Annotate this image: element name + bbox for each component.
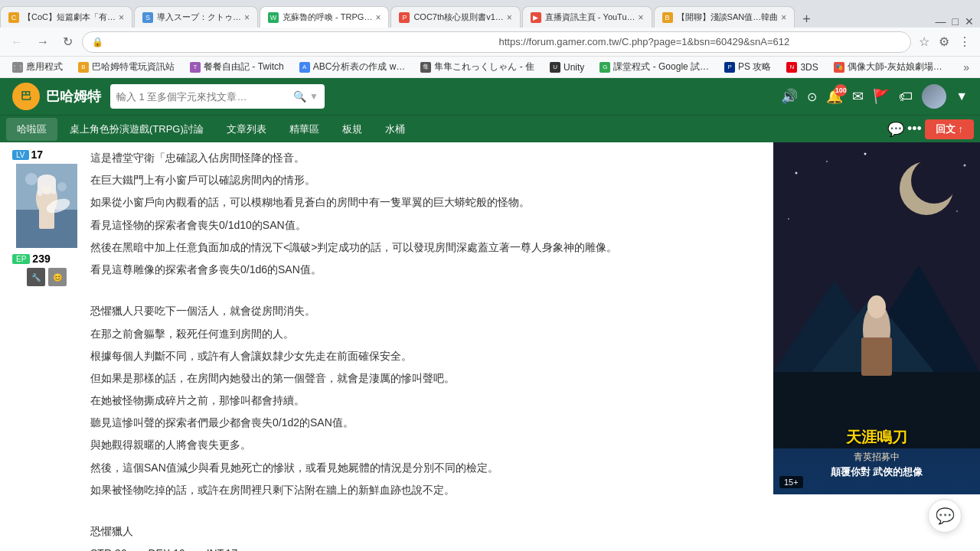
- bookmark-apps[interactable]: ⋮⋮ 應用程式: [6, 59, 69, 75]
- bookmark-bahamut[interactable]: B 巴哈姆特電玩資訊站: [72, 59, 181, 75]
- bookmark-favicon-abc: A: [299, 62, 310, 73]
- flag-icon: 🚩: [873, 89, 890, 104]
- nav-item-articles[interactable]: 文章列表: [216, 118, 277, 141]
- post-para-5: 看見這尊雕像的探索者會多喪失0/1d6的SAN值。: [90, 260, 761, 279]
- bookmark-star-btn[interactable]: ☆: [916, 31, 933, 52]
- extension-btn[interactable]: ⚙: [936, 31, 952, 52]
- user-face-icon[interactable]: 😊: [48, 268, 67, 286]
- page: 巴 巴哈姆特 🔍 ▼ 🔊 ⊙ 🔔 100 ✉: [0, 78, 980, 551]
- tab-close-6[interactable]: ×: [781, 12, 786, 23]
- bookmark-label-collection: 隼隼これっくしゃん - 隹: [434, 60, 534, 73]
- tab-close-5[interactable]: ×: [639, 12, 644, 23]
- bookmark-favicon-bahamut: B: [78, 62, 89, 73]
- bookmark-favicon-ps: P: [724, 62, 735, 73]
- nav-item-bucket[interactable]: 水桶: [374, 118, 416, 141]
- bookmark-google-slides[interactable]: G 課堂程式 - Google 試…: [593, 59, 715, 75]
- user-avatar-large: [16, 164, 77, 248]
- menu-btn[interactable]: ⋮: [956, 31, 974, 52]
- user-tool-icon[interactable]: 🔧: [27, 268, 45, 286]
- ep-num: 239: [32, 253, 50, 265]
- bookmark-unity[interactable]: U Unity: [544, 60, 590, 74]
- bookmark-abc[interactable]: A ABC分析表の作成 w…: [293, 59, 412, 75]
- search-input[interactable]: [116, 91, 293, 103]
- tab-title-2: 導入スープ：クトゥ…: [157, 11, 241, 23]
- address-bar[interactable]: 🔒 https://forum.gamer.com.tw/C.php?page=…: [82, 31, 911, 53]
- bookmarks-more-btn[interactable]: »: [959, 60, 974, 75]
- reply-btn[interactable]: 回文 ↑: [925, 119, 974, 139]
- search-dropdown-btn[interactable]: ▼: [309, 91, 318, 102]
- tab-close-4[interactable]: ×: [507, 12, 512, 23]
- svg-point-18: [795, 172, 798, 174]
- flag-btn[interactable]: 🚩: [873, 88, 890, 105]
- tab-3[interactable]: W 克蘇魯的呼喚 - TRPG… ×: [260, 6, 389, 28]
- post-para-2: 如果從小窗戶向內觀看的話，可以模糊地看見蒼白的房間中有一隻單翼的巨大蟒蛇般的怪物…: [90, 193, 761, 212]
- tag-icon: 🏷: [899, 89, 913, 104]
- post-para-12: 聽見這慘叫聲的探索者們最少都會喪失0/1d2的SAN值。: [90, 413, 761, 432]
- chat-float-btn[interactable]: 💬: [928, 499, 962, 533]
- header-search-bar[interactable]: 🔍 ▼: [110, 84, 325, 109]
- post-para-7: 恐懼獵人只要吃下一個活人，就會從房間消失。: [90, 302, 761, 321]
- ep-badge: EP: [12, 254, 30, 264]
- tab-favicon-6: B: [662, 12, 673, 23]
- ad-banner[interactable]: 天涯鳴刀 青英招募中 顛覆你對 武俠的想像 15+: [773, 142, 980, 494]
- tab-title-4: COC7th核心規則書v1…: [413, 11, 503, 23]
- nav-item-trpg[interactable]: 桌上角色扮演遊戲(TRPG)討論: [59, 118, 214, 141]
- bookmark-3ds[interactable]: N 3DS: [780, 60, 824, 74]
- bookmark-favicon-idol: 🎭: [834, 62, 844, 73]
- nav-item-highlights[interactable]: 精華區: [279, 118, 330, 141]
- site-nav: 哈啦區 桌上角色扮演遊戲(TRPG)討論 文章列表 精華區 板規 水桶 💬 ••…: [0, 115, 980, 142]
- avatar-dropdown-btn[interactable]: ▼: [956, 90, 968, 103]
- tab-close-3[interactable]: ×: [375, 12, 381, 23]
- ad-column: 天涯鳴刀 青英招募中 顛覆你對 武俠的想像 15+: [773, 142, 980, 551]
- chat-nav-icon[interactable]: 💬: [887, 121, 904, 138]
- ad-age-badge: 15+: [779, 476, 803, 488]
- refresh-btn[interactable]: ↻: [58, 31, 77, 52]
- tab-6[interactable]: B 【開聊】淺談SAN值…韓曲 ×: [654, 6, 795, 28]
- post-para-1: 在巨大鐵門上有小窗戶可以確認房間內的情形。: [90, 171, 761, 190]
- tab-4[interactable]: P COC7th核心規則書v1… ×: [390, 6, 520, 28]
- notification-btn[interactable]: 🔔 100: [826, 88, 843, 105]
- content-area: LV 17: [0, 142, 980, 551]
- minimize-btn[interactable]: —: [936, 15, 946, 28]
- bookmark-favicon-twitch: T: [190, 62, 201, 73]
- sound-icon-btn[interactable]: 🔊: [781, 88, 798, 105]
- bookmark-label-apps: 應用程式: [26, 60, 63, 73]
- tag-btn[interactable]: 🏷: [899, 89, 913, 105]
- new-tab-btn[interactable]: +: [796, 11, 817, 28]
- more-nav-icon[interactable]: •••: [907, 121, 922, 137]
- nav-item-rules[interactable]: 板規: [332, 118, 373, 141]
- bookmark-label-google-slides: 課堂程式 - Google 試…: [613, 60, 709, 73]
- post-para-14: 然後，這個SAN值減少與看見她死亡的慘狀，或看見她屍體的情況是分別不同的檢定。: [90, 458, 761, 478]
- avatar-svg: [16, 164, 77, 248]
- lock-icon: 🔒: [92, 37, 495, 47]
- tab-close-2[interactable]: ×: [244, 12, 250, 23]
- sound-icon: 🔊: [781, 89, 798, 104]
- rss-icon-btn[interactable]: ⊙: [807, 89, 817, 105]
- svg-rect-26: [861, 337, 892, 376]
- bookmark-collection[interactable]: 隼 隼隼これっくしゃん - 隹: [414, 59, 541, 75]
- tab-5[interactable]: ▶ 直播資訊主頁 - YouTu… ×: [522, 6, 652, 28]
- close-window-btn[interactable]: ✕: [965, 15, 974, 28]
- message-icon: ✉: [852, 89, 864, 104]
- user-avatar-btn[interactable]: [922, 84, 946, 109]
- header-icons: 🔊 ⊙ 🔔 100 ✉ 🚩 🏷 ▼: [781, 84, 968, 109]
- back-btn[interactable]: ←: [6, 32, 28, 52]
- message-btn[interactable]: ✉: [852, 88, 864, 105]
- site-wrapper: 巴 巴哈姆特 🔍 ▼ 🔊 ⊙ 🔔 100 ✉: [0, 78, 980, 551]
- tab-2[interactable]: S 導入スープ：クトゥ… ×: [134, 6, 258, 28]
- nav-item-hala[interactable]: 哈啦區: [6, 118, 57, 141]
- tab-close-1[interactable]: ×: [119, 12, 124, 23]
- bookmark-label-abc: ABC分析表の作成 w…: [313, 60, 406, 73]
- forward-btn[interactable]: →: [32, 32, 54, 52]
- bookmark-idol[interactable]: 🎭 偶像大師-灰姑娘劇場…: [828, 59, 949, 75]
- tab-1[interactable]: C 【CoC】短篇劇本「有… ×: [0, 6, 132, 28]
- search-btn[interactable]: 🔍: [293, 90, 306, 103]
- bookmark-twitch[interactable]: T 餐餐自由記 - Twitch: [184, 59, 290, 75]
- bookmark-ps[interactable]: P PS 攻略: [718, 59, 777, 75]
- svg-point-21: [788, 218, 789, 220]
- user-icons: 🔧 😊: [27, 268, 67, 286]
- tab-title-1: 【CoC】短篇劇本「有…: [23, 11, 116, 23]
- maximize-btn[interactable]: □: [952, 15, 959, 28]
- bookmark-label-ps: PS 攻略: [738, 60, 771, 73]
- svg-point-20: [864, 153, 867, 155]
